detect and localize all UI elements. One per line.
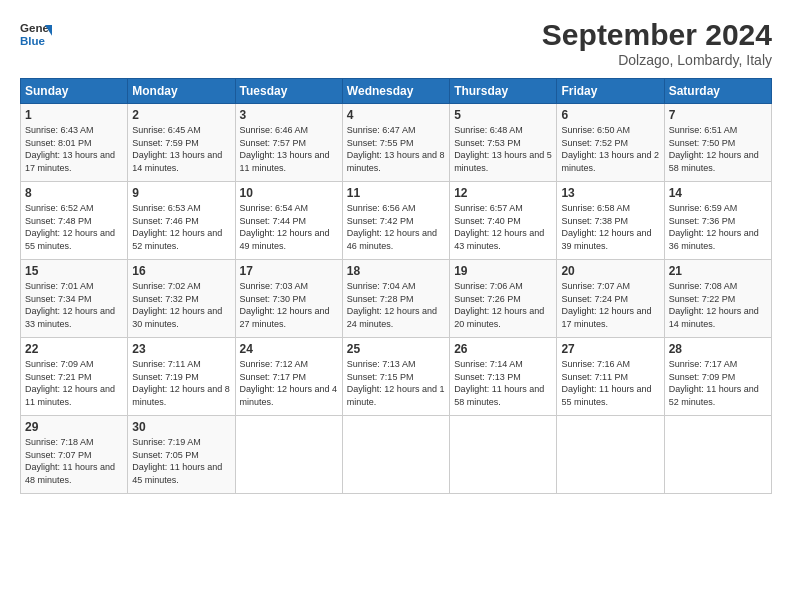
day-cell: 10Sunrise: 6:54 AMSunset: 7:44 PMDayligh…: [235, 182, 342, 260]
day-info: Sunrise: 6:48 AMSunset: 7:53 PMDaylight:…: [454, 125, 552, 173]
day-cell: 6Sunrise: 6:50 AMSunset: 7:52 PMDaylight…: [557, 104, 664, 182]
day-number: 14: [669, 186, 767, 200]
day-info: Sunrise: 6:46 AMSunset: 7:57 PMDaylight:…: [240, 125, 330, 173]
day-cell: 13Sunrise: 6:58 AMSunset: 7:38 PMDayligh…: [557, 182, 664, 260]
day-number: 20: [561, 264, 659, 278]
day-cell: 29Sunrise: 7:18 AMSunset: 7:07 PMDayligh…: [21, 416, 128, 494]
day-info: Sunrise: 6:52 AMSunset: 7:48 PMDaylight:…: [25, 203, 115, 251]
day-cell: 16Sunrise: 7:02 AMSunset: 7:32 PMDayligh…: [128, 260, 235, 338]
week-row-3: 15Sunrise: 7:01 AMSunset: 7:34 PMDayligh…: [21, 260, 772, 338]
col-header-saturday: Saturday: [664, 79, 771, 104]
day-number: 26: [454, 342, 552, 356]
day-cell: 20Sunrise: 7:07 AMSunset: 7:24 PMDayligh…: [557, 260, 664, 338]
day-info: Sunrise: 7:13 AMSunset: 7:15 PMDaylight:…: [347, 359, 445, 407]
day-cell: [235, 416, 342, 494]
day-cell: 30Sunrise: 7:19 AMSunset: 7:05 PMDayligh…: [128, 416, 235, 494]
day-cell: 7Sunrise: 6:51 AMSunset: 7:50 PMDaylight…: [664, 104, 771, 182]
day-number: 8: [25, 186, 123, 200]
col-header-monday: Monday: [128, 79, 235, 104]
day-info: Sunrise: 7:16 AMSunset: 7:11 PMDaylight:…: [561, 359, 651, 407]
day-cell: 22Sunrise: 7:09 AMSunset: 7:21 PMDayligh…: [21, 338, 128, 416]
day-info: Sunrise: 7:17 AMSunset: 7:09 PMDaylight:…: [669, 359, 759, 407]
col-header-sunday: Sunday: [21, 79, 128, 104]
day-info: Sunrise: 7:19 AMSunset: 7:05 PMDaylight:…: [132, 437, 222, 485]
day-number: 24: [240, 342, 338, 356]
day-cell: 8Sunrise: 6:52 AMSunset: 7:48 PMDaylight…: [21, 182, 128, 260]
day-number: 23: [132, 342, 230, 356]
day-cell: 25Sunrise: 7:13 AMSunset: 7:15 PMDayligh…: [342, 338, 449, 416]
day-number: 3: [240, 108, 338, 122]
day-cell: [342, 416, 449, 494]
month-year: September 2024: [542, 18, 772, 52]
calendar-body: 1Sunrise: 6:43 AMSunset: 8:01 PMDaylight…: [21, 104, 772, 494]
col-header-tuesday: Tuesday: [235, 79, 342, 104]
day-cell: 21Sunrise: 7:08 AMSunset: 7:22 PMDayligh…: [664, 260, 771, 338]
day-cell: 2Sunrise: 6:45 AMSunset: 7:59 PMDaylight…: [128, 104, 235, 182]
day-cell: 5Sunrise: 6:48 AMSunset: 7:53 PMDaylight…: [450, 104, 557, 182]
svg-text:Blue: Blue: [20, 35, 46, 47]
week-row-2: 8Sunrise: 6:52 AMSunset: 7:48 PMDaylight…: [21, 182, 772, 260]
day-number: 29: [25, 420, 123, 434]
day-info: Sunrise: 6:43 AMSunset: 8:01 PMDaylight:…: [25, 125, 115, 173]
day-info: Sunrise: 7:04 AMSunset: 7:28 PMDaylight:…: [347, 281, 437, 329]
day-cell: 11Sunrise: 6:56 AMSunset: 7:42 PMDayligh…: [342, 182, 449, 260]
day-info: Sunrise: 7:06 AMSunset: 7:26 PMDaylight:…: [454, 281, 544, 329]
calendar-table: SundayMondayTuesdayWednesdayThursdayFrid…: [20, 78, 772, 494]
day-info: Sunrise: 7:09 AMSunset: 7:21 PMDaylight:…: [25, 359, 115, 407]
week-row-1: 1Sunrise: 6:43 AMSunset: 8:01 PMDaylight…: [21, 104, 772, 182]
week-row-5: 29Sunrise: 7:18 AMSunset: 7:07 PMDayligh…: [21, 416, 772, 494]
day-info: Sunrise: 6:59 AMSunset: 7:36 PMDaylight:…: [669, 203, 759, 251]
day-number: 22: [25, 342, 123, 356]
day-cell: 26Sunrise: 7:14 AMSunset: 7:13 PMDayligh…: [450, 338, 557, 416]
day-info: Sunrise: 7:03 AMSunset: 7:30 PMDaylight:…: [240, 281, 330, 329]
week-row-4: 22Sunrise: 7:09 AMSunset: 7:21 PMDayligh…: [21, 338, 772, 416]
day-cell: 23Sunrise: 7:11 AMSunset: 7:19 PMDayligh…: [128, 338, 235, 416]
day-cell: 27Sunrise: 7:16 AMSunset: 7:11 PMDayligh…: [557, 338, 664, 416]
day-cell: 14Sunrise: 6:59 AMSunset: 7:36 PMDayligh…: [664, 182, 771, 260]
day-cell: 24Sunrise: 7:12 AMSunset: 7:17 PMDayligh…: [235, 338, 342, 416]
day-number: 9: [132, 186, 230, 200]
day-cell: 4Sunrise: 6:47 AMSunset: 7:55 PMDaylight…: [342, 104, 449, 182]
day-info: Sunrise: 6:51 AMSunset: 7:50 PMDaylight:…: [669, 125, 759, 173]
day-cell: [557, 416, 664, 494]
col-header-thursday: Thursday: [450, 79, 557, 104]
day-info: Sunrise: 6:53 AMSunset: 7:46 PMDaylight:…: [132, 203, 222, 251]
day-info: Sunrise: 7:08 AMSunset: 7:22 PMDaylight:…: [669, 281, 759, 329]
logo-icon: General Blue: [20, 18, 52, 50]
location: Dolzago, Lombardy, Italy: [542, 52, 772, 68]
day-cell: 17Sunrise: 7:03 AMSunset: 7:30 PMDayligh…: [235, 260, 342, 338]
day-cell: 18Sunrise: 7:04 AMSunset: 7:28 PMDayligh…: [342, 260, 449, 338]
day-number: 12: [454, 186, 552, 200]
day-number: 18: [347, 264, 445, 278]
day-number: 6: [561, 108, 659, 122]
day-info: Sunrise: 6:57 AMSunset: 7:40 PMDaylight:…: [454, 203, 544, 251]
day-number: 10: [240, 186, 338, 200]
day-cell: 1Sunrise: 6:43 AMSunset: 8:01 PMDaylight…: [21, 104, 128, 182]
day-info: Sunrise: 6:50 AMSunset: 7:52 PMDaylight:…: [561, 125, 659, 173]
day-cell: [664, 416, 771, 494]
col-header-friday: Friday: [557, 79, 664, 104]
day-info: Sunrise: 7:07 AMSunset: 7:24 PMDaylight:…: [561, 281, 651, 329]
logo: General Blue: [20, 18, 52, 50]
day-info: Sunrise: 6:45 AMSunset: 7:59 PMDaylight:…: [132, 125, 222, 173]
day-number: 15: [25, 264, 123, 278]
day-number: 17: [240, 264, 338, 278]
day-number: 2: [132, 108, 230, 122]
day-info: Sunrise: 6:56 AMSunset: 7:42 PMDaylight:…: [347, 203, 437, 251]
day-number: 28: [669, 342, 767, 356]
day-cell: 28Sunrise: 7:17 AMSunset: 7:09 PMDayligh…: [664, 338, 771, 416]
day-info: Sunrise: 7:14 AMSunset: 7:13 PMDaylight:…: [454, 359, 544, 407]
day-info: Sunrise: 6:47 AMSunset: 7:55 PMDaylight:…: [347, 125, 445, 173]
day-info: Sunrise: 7:12 AMSunset: 7:17 PMDaylight:…: [240, 359, 338, 407]
day-cell: 19Sunrise: 7:06 AMSunset: 7:26 PMDayligh…: [450, 260, 557, 338]
day-number: 7: [669, 108, 767, 122]
day-cell: 9Sunrise: 6:53 AMSunset: 7:46 PMDaylight…: [128, 182, 235, 260]
day-info: Sunrise: 6:54 AMSunset: 7:44 PMDaylight:…: [240, 203, 330, 251]
day-cell: 15Sunrise: 7:01 AMSunset: 7:34 PMDayligh…: [21, 260, 128, 338]
day-number: 1: [25, 108, 123, 122]
day-cell: [450, 416, 557, 494]
day-number: 13: [561, 186, 659, 200]
day-number: 4: [347, 108, 445, 122]
col-header-wednesday: Wednesday: [342, 79, 449, 104]
day-cell: 3Sunrise: 6:46 AMSunset: 7:57 PMDaylight…: [235, 104, 342, 182]
